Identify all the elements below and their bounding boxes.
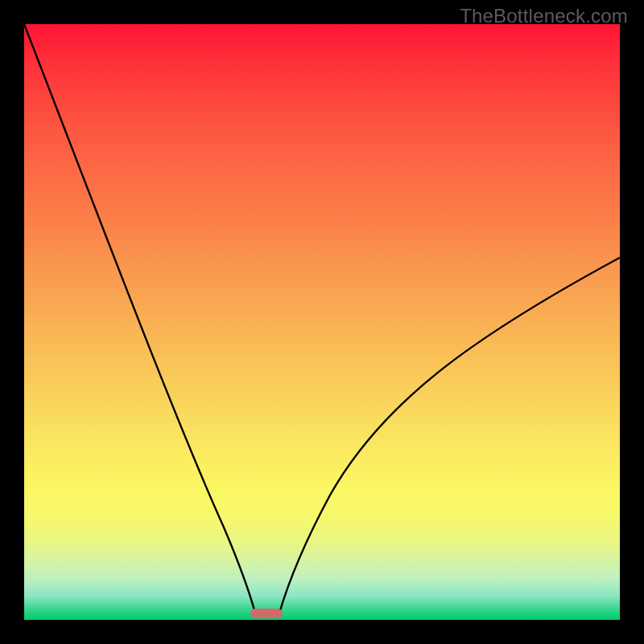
bottleneck-curve xyxy=(24,24,620,620)
bottleneck-marker xyxy=(250,609,283,618)
watermark-text: TheBottleneck.com xyxy=(460,5,628,27)
curve-right-branch xyxy=(279,258,620,616)
chart-container: TheBottleneck.com xyxy=(0,0,644,644)
curve-left-branch xyxy=(24,24,256,616)
plot-area xyxy=(24,24,620,620)
